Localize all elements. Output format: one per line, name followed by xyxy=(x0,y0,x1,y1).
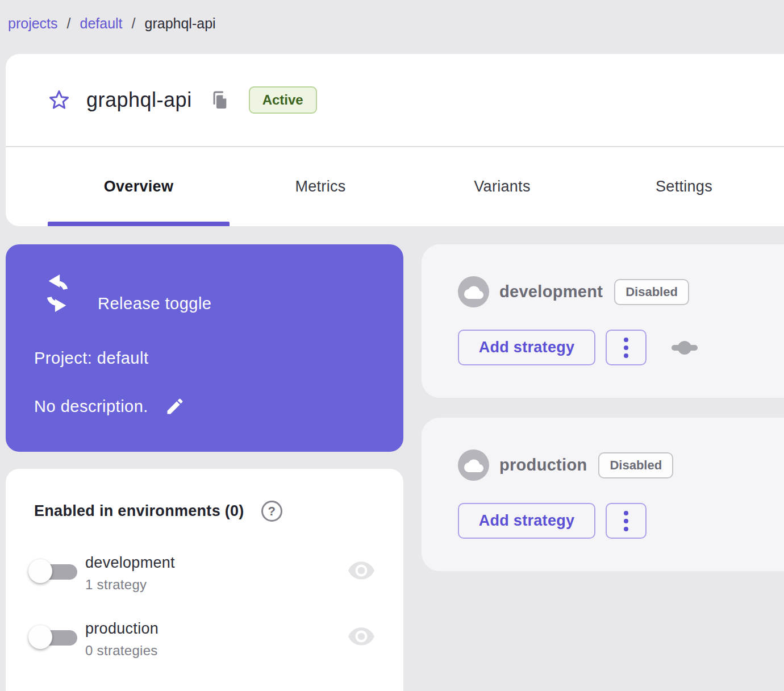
environment-header: development Disabled xyxy=(458,276,689,307)
strategy-count: 1 strategy xyxy=(85,577,175,593)
add-strategy-button[interactable]: Add strategy xyxy=(458,330,595,365)
environment-toggle-row-development: development 1 strategy xyxy=(6,553,403,604)
tab-metrics[interactable]: Metrics xyxy=(230,147,411,226)
toggle-switch-development[interactable] xyxy=(27,557,84,586)
feature-title-row: graphql-api Active xyxy=(6,54,784,146)
panel-header: Enabled in environments (0) ? xyxy=(34,501,282,522)
status-badge: Active xyxy=(249,86,317,114)
row-labels: development 1 strategy xyxy=(85,554,175,593)
toggle-project-label: Project: default xyxy=(34,349,148,368)
refresh-icon xyxy=(39,273,76,314)
toggle-switch-production[interactable] xyxy=(27,623,84,652)
breadcrumb-default[interactable]: default xyxy=(80,15,123,32)
environment-name: production xyxy=(85,620,159,638)
environment-actions: Add strategy xyxy=(458,503,647,539)
breadcrumb-separator: / xyxy=(67,15,71,32)
environment-name: development xyxy=(499,282,603,301)
page-title: graphql-api xyxy=(86,88,192,112)
toggle-description: No description. xyxy=(34,397,148,416)
tab-settings[interactable]: Settings xyxy=(593,147,775,226)
toggle-type-label: Release toggle xyxy=(98,294,211,313)
environment-name: production xyxy=(499,456,587,474)
tab-variants[interactable]: Variants xyxy=(411,147,593,226)
edit-pencil-icon[interactable] xyxy=(164,396,186,417)
breadcrumb-projects[interactable]: projects xyxy=(8,15,58,32)
tab-bar: Overview Metrics Variants Settings xyxy=(6,147,784,226)
environment-status-badge: Disabled xyxy=(614,279,689,305)
kebab-menu-button[interactable] xyxy=(606,330,647,365)
breadcrumb-separator: / xyxy=(132,15,136,32)
feature-header-card: graphql-api Active Overview Metrics Vari… xyxy=(6,54,784,226)
environment-card-development: development Disabled Add strategy xyxy=(422,244,784,398)
eye-icon[interactable] xyxy=(347,561,376,581)
copy-icon[interactable] xyxy=(210,89,230,111)
cloud-icon xyxy=(458,449,489,481)
toggle-description-row: No description. xyxy=(34,396,186,417)
slider-icon xyxy=(672,340,698,355)
active-tab-indicator xyxy=(48,222,230,226)
breadcrumb-current: graphql-api xyxy=(145,15,216,32)
environment-toggle-row-production: production 0 strategies xyxy=(6,619,403,670)
environment-card-production: production Disabled Add strategy xyxy=(422,418,784,571)
breadcrumb: projects / default / graphql-api xyxy=(8,15,216,32)
environment-header: production Disabled xyxy=(458,449,673,481)
row-labels: production 0 strategies xyxy=(85,620,159,659)
tab-overview[interactable]: Overview xyxy=(48,147,230,226)
panel-title: Enabled in environments (0) xyxy=(34,502,244,520)
feature-info-card: Release toggle Project: default No descr… xyxy=(6,244,403,452)
favorite-star-icon[interactable] xyxy=(48,89,70,111)
add-strategy-button[interactable]: Add strategy xyxy=(458,503,595,539)
environment-status-badge: Disabled xyxy=(598,452,673,478)
eye-icon[interactable] xyxy=(347,627,376,647)
cloud-icon xyxy=(458,276,489,307)
environment-name: development xyxy=(85,554,175,572)
kebab-menu-button[interactable] xyxy=(606,503,647,539)
enabled-environments-panel: Enabled in environments (0) ? developmen… xyxy=(6,469,403,691)
strategy-count: 0 strategies xyxy=(85,643,159,659)
help-icon[interactable]: ? xyxy=(261,501,282,522)
environment-actions: Add strategy xyxy=(458,330,698,365)
